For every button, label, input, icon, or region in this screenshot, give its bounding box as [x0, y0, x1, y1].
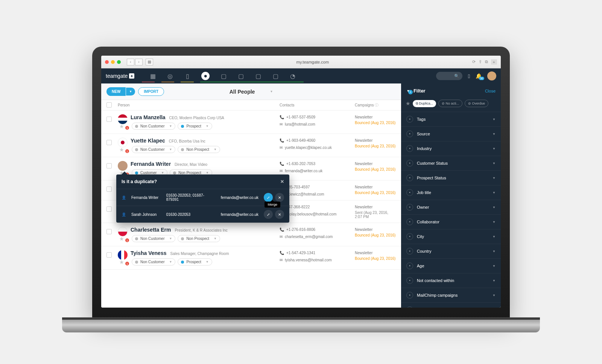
duplicate-popover: Is it a duplicate? ✕ 👤 Fernanda Writer 0… — [116, 174, 289, 223]
content: NEW ▼ IMPORT All People ▼ Person Contact… — [101, 83, 501, 308]
filter-section[interactable]: •Country▼ — [401, 244, 501, 258]
table-row[interactable]: 1 Tyisha Veness Sales Manager, Champagne… — [101, 246, 401, 270]
email-value: mkiewicz@hotmail.com — [285, 192, 324, 196]
filter-section[interactable]: •Job title▼ — [401, 185, 501, 200]
filter-close-link[interactable]: Close — [485, 89, 496, 93]
topbar-right: 🔍 ▯ 🔔 56 — [436, 71, 496, 80]
prospect-status-pill[interactable]: Non Prospect▼ — [178, 235, 220, 242]
filter-section[interactable]: •Source▼ — [401, 126, 501, 141]
prospect-status-pill[interactable]: Non Prospect▼ — [178, 146, 220, 153]
row-checkbox[interactable] — [106, 187, 112, 192]
filter-section[interactable]: •Customer Status▼ — [401, 156, 501, 170]
select-all-checkbox[interactable] — [106, 102, 112, 108]
page-title-dropdown[interactable]: All People ▼ — [230, 89, 273, 95]
person-title: CEO, Modern Plastics Corp USA — [169, 116, 224, 120]
new-tab-button[interactable]: + — [491, 59, 497, 65]
people-table: Is it a duplicate? ✕ 👤 Fernanda Writer 0… — [101, 111, 401, 308]
email-icon: ✉ — [280, 235, 283, 239]
person-name[interactable]: Tyisha Veness — [131, 250, 166, 256]
tabs-icon[interactable]: ⧉ — [485, 59, 488, 64]
person-title: President, K & R Associates Inc — [175, 228, 228, 232]
search-icon: 🔍 — [454, 74, 459, 79]
new-dropdown[interactable]: ▼ — [126, 88, 135, 96]
merge-button[interactable]: ⤢ — [264, 210, 273, 219]
import-button[interactable]: IMPORT — [138, 87, 164, 96]
filter-section[interactable]: •Collaborator▼ — [401, 214, 501, 229]
filter-chip[interactable]: ⧉ Duplica... — [413, 100, 436, 107]
col-campaigns[interactable]: Campaigns ⓘ — [355, 103, 396, 108]
chevron-down-icon: ▼ — [493, 264, 496, 268]
forward-button[interactable]: › — [135, 59, 143, 65]
minimize-window-icon[interactable] — [111, 60, 115, 64]
maximize-window-icon[interactable] — [117, 60, 121, 64]
logo[interactable]: teamgate ✦ — [106, 73, 134, 79]
filter-section[interactable]: •City▼ — [401, 229, 501, 244]
calendar-icon[interactable]: ▢ — [237, 73, 244, 79]
people-icon[interactable]: ● — [201, 72, 210, 80]
chevron-down-icon: ▼ — [493, 220, 496, 224]
search-input[interactable]: 🔍 — [436, 72, 462, 80]
filter-item-icon: • — [406, 130, 413, 137]
prospect-status-pill[interactable]: Prospect▼ — [178, 123, 212, 130]
phone-icon: 📞 — [280, 228, 284, 232]
filter-chip[interactable]: ⊘ No acti... — [438, 100, 462, 107]
new-button[interactable]: NEW — [106, 87, 126, 96]
user-avatar[interactable] — [487, 71, 496, 80]
filter-section[interactable]: •Tags▼ — [401, 112, 501, 126]
customer-status-pill[interactable]: Non Customer▼ — [132, 123, 175, 130]
table-row[interactable]: 1 Lura Manzella CEO, Modern Plastics Cor… — [101, 111, 401, 134]
clipboard-icon[interactable]: ▢ — [272, 73, 279, 79]
email-value: fernanda@writer.co.uk — [285, 169, 322, 173]
star-filter-icon[interactable]: ★ — [406, 100, 410, 106]
chevron-down-icon: ▼ — [493, 235, 496, 238]
person-name[interactable]: Charlesetta Erm — [131, 227, 171, 233]
row-checkbox[interactable] — [106, 117, 112, 122]
phone-icon: 📞 — [280, 251, 284, 255]
customer-status-pill[interactable]: Non Customer▼ — [132, 258, 175, 265]
filter-section[interactable]: •MailChimp campaigns statuses▼ — [401, 302, 501, 308]
archive-icon[interactable]: ▢ — [255, 73, 261, 79]
filter-item-label: Collaborator — [417, 220, 489, 224]
popover-close-icon[interactable]: ✕ — [280, 179, 284, 184]
dismiss-button[interactable]: ✕ — [275, 210, 284, 219]
book-icon[interactable]: ▯ — [184, 73, 191, 79]
chart-icon[interactable]: ◔ — [289, 73, 296, 79]
row-checkbox[interactable] — [106, 140, 112, 145]
table-row[interactable]: 1 Charlesetta Erm President, K & R Assoc… — [101, 223, 401, 246]
target-icon[interactable]: ◎ — [167, 73, 173, 79]
dismiss-button[interactable]: ✕ — [275, 193, 284, 202]
reload-icon[interactable]: ⟳ — [472, 59, 476, 64]
filter-section[interactable]: •Industry▼ — [401, 141, 501, 156]
prospect-status-pill[interactable]: Prospect▼ — [178, 258, 212, 265]
back-button[interactable]: ‹ — [127, 59, 134, 65]
phone-value: +1-907-537-8509 — [286, 115, 315, 119]
url-bar[interactable]: my.teamgate.com — [156, 60, 469, 64]
share-icon[interactable]: ⇪ — [479, 59, 482, 64]
person-name[interactable]: Yuette Klapec — [131, 138, 165, 144]
close-window-icon[interactable] — [105, 60, 109, 64]
filter-section[interactable]: •Not contacted within▼ — [401, 273, 501, 288]
col-person[interactable]: Person — [118, 103, 280, 107]
filter-chip[interactable]: ⊘ Overdue — [465, 100, 488, 107]
row-checkbox[interactable] — [106, 206, 112, 212]
filter-section[interactable]: •Age▼ — [401, 258, 501, 273]
row-checkbox[interactable] — [106, 163, 112, 168]
filter-section[interactable]: •MailChimp campaigns▼ — [401, 288, 501, 302]
filter-section[interactable]: •Owner▼ — [401, 200, 501, 214]
notifications[interactable]: 🔔 56 — [476, 73, 482, 79]
col-contacts[interactable]: Contacts — [280, 103, 355, 107]
person-name[interactable]: Fernanda Writer — [131, 161, 171, 167]
phone-icon[interactable]: ▯ — [468, 73, 470, 79]
filter-item-label: Job title — [417, 190, 489, 195]
customer-status-pill[interactable]: Non Customer▼ — [132, 146, 175, 153]
row-checkbox[interactable] — [106, 229, 112, 234]
customer-status-pill[interactable]: Non Customer▼ — [132, 235, 175, 242]
tab-overview-icon[interactable]: ▦ — [146, 59, 153, 65]
dashboard-icon[interactable]: ▦ — [149, 73, 156, 79]
table-row[interactable]: 1 Yuette Klapec CFO, Bizerba Usa Inc ★ N… — [101, 134, 401, 157]
row-checkbox[interactable] — [106, 252, 112, 258]
person-name[interactable]: Lura Manzella — [131, 114, 166, 120]
chevron-down-icon: ▼ — [493, 147, 496, 150]
briefcase-icon[interactable]: ▢ — [220, 73, 227, 79]
filter-section[interactable]: •Prospect Status▼ — [401, 170, 501, 185]
